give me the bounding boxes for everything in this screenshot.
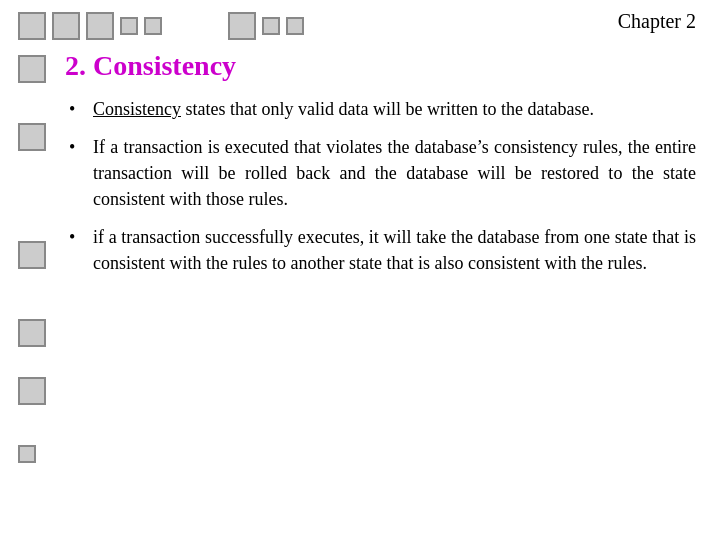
deco-top-squares — [18, 12, 304, 40]
deco-square — [18, 12, 46, 40]
deco-square — [120, 17, 138, 35]
bullet-item-2: If a transaction is executed that violat… — [65, 134, 696, 212]
consistency-term: Consistency — [93, 99, 181, 119]
deco-square — [86, 12, 114, 40]
slide: Chapter 2 2. Consistency Consistency sta… — [0, 0, 720, 540]
deco-square — [18, 241, 46, 269]
deco-left-squares — [18, 55, 46, 463]
deco-square — [18, 377, 46, 405]
bullet-2-text: If a transaction is executed that violat… — [93, 137, 696, 209]
deco-square — [286, 17, 304, 35]
bullet-1-text: states that only valid data will be writ… — [186, 99, 594, 119]
slide-content: 2. Consistency Consistency states that o… — [65, 50, 696, 530]
deco-square — [18, 319, 46, 347]
bullet-item-3: if a transaction successfully executes, … — [65, 224, 696, 276]
deco-square — [52, 12, 80, 40]
bullet-list: Consistency states that only valid data … — [65, 96, 696, 277]
deco-square — [18, 55, 46, 83]
deco-square — [144, 17, 162, 35]
deco-square — [18, 123, 46, 151]
chapter-label: Chapter 2 — [618, 10, 696, 33]
deco-square — [228, 12, 256, 40]
bullet-item-1: Consistency states that only valid data … — [65, 96, 696, 122]
section-title: 2. Consistency — [65, 50, 696, 82]
deco-square — [18, 445, 36, 463]
bullet-3-text: if a transaction successfully executes, … — [93, 227, 696, 273]
deco-square — [262, 17, 280, 35]
